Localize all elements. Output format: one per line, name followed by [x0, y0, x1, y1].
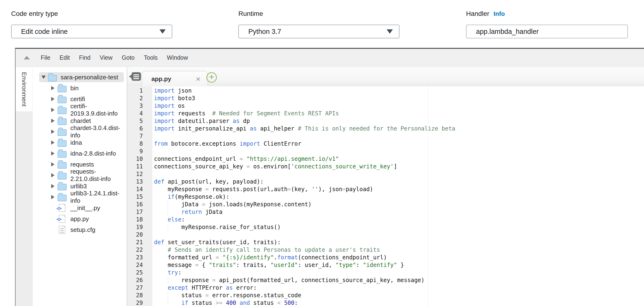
line-number[interactable]: 2 [127, 94, 143, 102]
code-line[interactable]: myResponse.raise_for_status() [154, 223, 644, 231]
line-number[interactable]: 9 [127, 148, 143, 155]
line-number[interactable]: 27 [127, 284, 143, 292]
line-number[interactable]: 25 [127, 269, 143, 276]
menu-file[interactable]: File [41, 54, 50, 61]
expand-arrow-icon[interactable] [51, 162, 55, 167]
line-number[interactable]: 20 [127, 231, 143, 239]
code-line[interactable]: status = error.response.status_code [154, 292, 644, 299]
code-line[interactable]: # Sends an identify call to Personas to … [154, 246, 644, 254]
tree-item-urllib3-1.24.1.dist-info[interactable]: urllib3-1.24.1.dist-info [32, 192, 127, 203]
code-line[interactable]: response = api_post(formatted_url, conne… [154, 276, 644, 284]
line-number[interactable]: 16 [127, 201, 143, 208]
menu-window[interactable]: Window [167, 54, 188, 61]
tree-item-setup.cfg[interactable]: setup.cfg [32, 224, 127, 235]
code-line[interactable]: else: [154, 216, 644, 223]
code-content[interactable]: import jsonimport boto3import osimport r… [152, 86, 644, 306]
line-number[interactable]: 21 [127, 239, 143, 246]
code-line[interactable]: import requests # Needed for Segment Eve… [154, 110, 644, 117]
line-number[interactable]: 10 [127, 155, 143, 163]
line-number[interactable]: 22 [127, 246, 143, 254]
line-number[interactable]: 19 [127, 223, 143, 231]
code-line[interactable]: def api_post(url, key, payload): [154, 178, 644, 185]
collapse-editor-button[interactable] [23, 54, 30, 61]
code-entry-type-select[interactable]: Edit code inline [11, 25, 172, 38]
tree-item-sara-personalize-test[interactable]: sara-personalize-test [32, 72, 127, 83]
line-number[interactable]: 29 [127, 299, 143, 306]
code-editor-area[interactable]: 1234567891011121314151617181920212223242… [127, 86, 644, 306]
line-number[interactable]: 7 [127, 132, 143, 140]
environment-tab[interactable]: Environment [16, 67, 32, 112]
code-line[interactable]: formatted_url = "{:s}/identify".format(c… [154, 254, 644, 261]
line-number[interactable]: 23 [127, 254, 143, 261]
expand-arrow-icon[interactable] [51, 140, 55, 145]
line-number[interactable]: 5 [127, 117, 143, 125]
code-line[interactable]: import dateutil.parser as dp [154, 117, 644, 125]
line-number[interactable]: 28 [127, 292, 143, 299]
tab-close-icon[interactable]: × [196, 75, 200, 82]
code-line[interactable]: return jData [154, 208, 644, 216]
code-line[interactable] [154, 170, 644, 178]
code-line[interactable]: except HTTPError as error: [154, 284, 644, 292]
line-number[interactable]: 17 [127, 208, 143, 216]
line-number[interactable]: 4 [127, 110, 143, 117]
new-tab-button[interactable]: + [206, 72, 217, 83]
tree-item-certifi-2019.3.9.dist-info[interactable]: certifi-2019.3.9.dist-info [32, 104, 127, 115]
line-number[interactable]: 15 [127, 193, 143, 201]
code-line[interactable]: from botocore.exceptions import ClientEr… [154, 140, 644, 148]
code-line[interactable]: if(myResponse.ok): [154, 193, 644, 201]
tree-item-idna-2.8.dist-info[interactable]: idna-2.8.dist-info [32, 148, 127, 159]
code-line[interactable]: import json [154, 87, 644, 94]
tree-item-chardet-3.0.4.dist-info[interactable]: chardet-3.0.4.dist-info [32, 126, 127, 137]
code-line[interactable]: myResponse = requests.post(url,auth=(key… [154, 185, 644, 193]
line-number[interactable]: 24 [127, 261, 143, 269]
expand-arrow-icon[interactable] [51, 86, 55, 90]
code-line[interactable]: connections_source_api_key = os.environ[… [154, 163, 644, 170]
code-line[interactable]: import init_personalize_api as api_helpe… [154, 125, 644, 132]
expand-arrow-icon[interactable] [51, 173, 55, 178]
runtime-select[interactable]: Python 3.7 [238, 25, 400, 38]
expand-arrow-icon[interactable] [51, 151, 55, 156]
menu-edit[interactable]: Edit [60, 54, 70, 61]
code-line[interactable]: def set_user_traits(user_id, traits): [154, 239, 644, 246]
expand-arrow-icon[interactable] [51, 97, 55, 101]
handler-info-link[interactable]: Info [494, 10, 505, 17]
code-line[interactable]: message = { "traits": traits, "userId": … [154, 261, 644, 269]
expand-arrow-icon[interactable] [51, 184, 55, 189]
expand-arrow-icon[interactable] [42, 75, 45, 80]
code-line[interactable]: if status >= 400 and status < 500: [154, 299, 644, 306]
code-line[interactable]: jData = json.loads(myResponse.content) [154, 201, 644, 208]
expand-arrow-icon[interactable] [51, 118, 55, 123]
menu-goto[interactable]: Goto [122, 54, 134, 61]
plus-icon: + [209, 73, 214, 81]
line-number[interactable]: 6 [127, 125, 143, 132]
code-line[interactable]: import os [154, 102, 644, 110]
expand-arrow-icon[interactable] [51, 107, 55, 112]
line-number[interactable]: 1 [127, 87, 143, 94]
line-number[interactable]: 8 [127, 140, 143, 148]
tab-list-icon[interactable] [132, 72, 141, 81]
menu-view[interactable]: View [100, 54, 112, 61]
line-number[interactable]: 26 [127, 276, 143, 284]
line-number[interactable]: 11 [127, 163, 143, 170]
expand-arrow-icon[interactable] [51, 195, 55, 199]
tree-item-bin[interactable]: bin [32, 83, 127, 94]
tree-item-requests-2.21.0.dist-info[interactable]: requests-2.21.0.dist-info [32, 170, 127, 181]
code-line[interactable] [154, 132, 644, 140]
line-number-gutter[interactable]: 1234567891011121314151617181920212223242… [127, 86, 152, 306]
code-line[interactable] [154, 148, 644, 155]
code-line[interactable]: connections_endpoint_url = "https://api.… [154, 155, 644, 163]
tab-app-py[interactable]: app.py × [142, 71, 208, 86]
expand-arrow-icon[interactable] [51, 129, 55, 134]
line-number[interactable]: 12 [127, 170, 143, 178]
line-number[interactable]: 3 [127, 102, 143, 110]
code-line[interactable] [154, 231, 644, 239]
tree-item-app.py[interactable]: <>app.py [32, 213, 127, 224]
code-line[interactable]: try: [154, 269, 644, 276]
line-number[interactable]: 14 [127, 185, 143, 193]
handler-input[interactable] [466, 25, 628, 38]
code-line[interactable]: import boto3 [154, 94, 644, 102]
menu-find[interactable]: Find [79, 54, 90, 61]
line-number[interactable]: 13 [127, 178, 143, 185]
menu-tools[interactable]: Tools [144, 54, 158, 61]
line-number[interactable]: 18 [127, 216, 143, 223]
